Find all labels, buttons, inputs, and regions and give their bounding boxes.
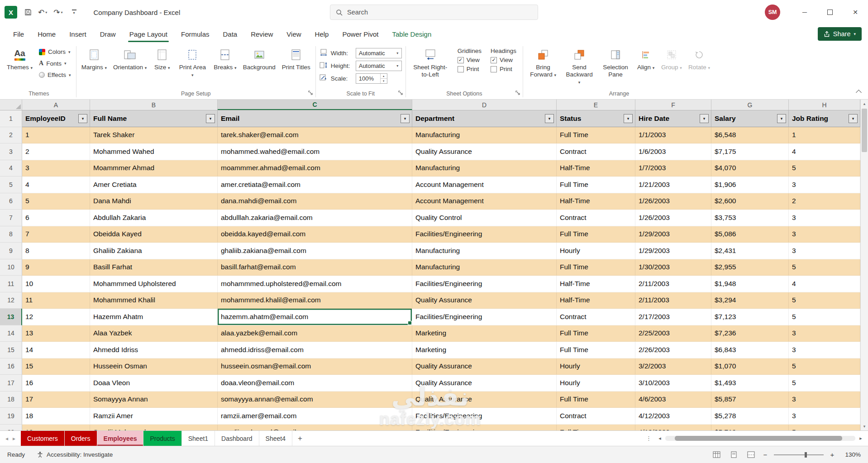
cell-G6[interactable]: $2,600 <box>711 193 789 210</box>
page-break-view-button[interactable] <box>745 450 757 460</box>
sheet-tab-sheet4[interactable]: Sheet4 <box>259 431 292 446</box>
cell-B13[interactable]: Hazemm Ahatm <box>90 309 218 325</box>
collapse-ribbon-button[interactable] <box>856 90 862 95</box>
cell-D2[interactable]: Manufacturing <box>412 127 557 144</box>
cell-E17[interactable]: Hourly <box>557 375 635 391</box>
cell-A18[interactable]: 17 <box>22 391 90 408</box>
filter-button[interactable]: ▾ <box>624 114 633 123</box>
margins-button[interactable]: Margins ▾ <box>78 46 110 73</box>
filter-button[interactable]: ▾ <box>545 114 554 123</box>
cell-E3[interactable]: Contract <box>557 143 635 160</box>
filter-button[interactable]: ▾ <box>78 114 87 123</box>
cell-E13[interactable]: Contract <box>557 309 635 325</box>
cell-C9[interactable]: ghaliib.zakiana@email.com <box>218 243 412 259</box>
header-cell-B1[interactable]: Full Name▾ <box>90 110 218 127</box>
cell-C4[interactable]: moammmer.ahmad@email.com <box>218 160 412 177</box>
customize-quick-access-button[interactable]: ▾ <box>67 6 82 19</box>
scroll-left-icon[interactable]: ◂ <box>655 435 664 441</box>
cell-F9[interactable]: 1/29/2003 <box>635 243 711 259</box>
excel-app-icon[interactable]: X <box>5 6 17 19</box>
accessibility-status[interactable]: Accessibility: Investigate <box>32 451 117 458</box>
cell-F11[interactable]: 2/11/2003 <box>635 276 711 292</box>
cell-G9[interactable]: $2,431 <box>711 243 789 259</box>
cell-F2[interactable]: 1/1/2003 <box>635 127 711 144</box>
cell-H20[interactable]: 5 <box>789 425 860 431</box>
cell-G15[interactable]: $6,843 <box>711 342 789 358</box>
search-input[interactable]: Search <box>330 5 538 20</box>
cell-D18[interactable]: Quality Assurance <box>412 391 557 408</box>
cell-F18[interactable]: 4/6/2003 <box>635 391 711 408</box>
headings-print-checkbox[interactable]: Print <box>491 66 516 72</box>
cell-B16[interactable]: Husseein Osman <box>90 358 218 375</box>
cell-E4[interactable]: Half-Time <box>557 160 635 177</box>
row-header-12[interactable]: 12 <box>0 292 22 309</box>
cell-H14[interactable]: 3 <box>789 325 860 342</box>
row-header-17[interactable]: 17 <box>0 375 22 391</box>
cell-G4[interactable]: $4,070 <box>711 160 789 177</box>
cell-G14[interactable]: $7,236 <box>711 325 789 342</box>
cell-F19[interactable]: 4/12/2003 <box>635 408 711 425</box>
ribbon-tab-data[interactable]: Data <box>216 24 244 43</box>
vertical-scrollbar[interactable]: ▴ ▾ <box>860 100 868 430</box>
cell-H4[interactable]: 5 <box>789 160 860 177</box>
cell-H11[interactable]: 4 <box>789 276 860 292</box>
cell-B7[interactable]: Abdullah Zakaria <box>90 210 218 226</box>
cell-D10[interactable]: Manufacturing <box>412 259 557 276</box>
row-header-8[interactable]: 8 <box>0 226 22 243</box>
normal-view-button[interactable] <box>711 450 722 460</box>
page-layout-view-button[interactable] <box>728 450 739 460</box>
sheet-tab-employees[interactable]: Employees <box>97 431 144 446</box>
background-button[interactable]: Background <box>240 46 279 73</box>
cell-H15[interactable]: 3 <box>789 342 860 358</box>
cell-H6[interactable]: 2 <box>789 193 860 210</box>
cell-A9[interactable]: 8 <box>22 243 90 259</box>
cell-E11[interactable]: Half-Time <box>557 276 635 292</box>
row-header-15[interactable]: 15 <box>0 342 22 358</box>
cell-A4[interactable]: 3 <box>22 160 90 177</box>
next-sheet-icon[interactable]: ▸ <box>13 435 15 442</box>
scroll-up-icon[interactable]: ▴ <box>861 100 868 108</box>
cell-A7[interactable]: 6 <box>22 210 90 226</box>
cell-H7[interactable]: 3 <box>789 210 860 226</box>
gridlines-print-checkbox[interactable]: Print <box>458 66 482 72</box>
cell-C2[interactable]: tarek.shaker@email.com <box>218 127 412 144</box>
cell-H5[interactable]: 3 <box>789 177 860 193</box>
cell-B2[interactable]: Tarek Shaker <box>90 127 218 144</box>
cell-G11[interactable]: $1,948 <box>711 276 789 292</box>
print-area-button[interactable]: Print Area ▾ <box>174 46 210 81</box>
cell-A10[interactable]: 9 <box>22 259 90 276</box>
cell-E7[interactable]: Contract <box>557 210 635 226</box>
cell-C5[interactable]: amer.cretiata@email.com <box>218 177 412 193</box>
cell-G3[interactable]: $7,175 <box>711 143 789 160</box>
new-sheet-button[interactable]: + <box>292 431 308 446</box>
cell-C15[interactable]: ahmedd.idriss@email.com <box>218 342 412 358</box>
cell-A2[interactable]: 1 <box>22 127 90 144</box>
close-button[interactable]: ✕ <box>843 0 868 24</box>
filter-button[interactable]: ▾ <box>849 114 858 123</box>
cell-A13[interactable]: 12 <box>22 309 90 325</box>
header-cell-C1[interactable]: Email▾ <box>218 110 412 127</box>
ribbon-tab-help[interactable]: Help <box>308 24 336 43</box>
gridlines-view-checkbox[interactable]: ✓View <box>458 57 482 63</box>
cell-B10[interactable]: Basill Farhat <box>90 259 218 276</box>
row-header-2[interactable]: 2 <box>0 127 22 144</box>
column-header-D[interactable]: D <box>412 100 557 110</box>
minimize-button[interactable]: ─ <box>792 0 817 24</box>
save-button[interactable] <box>22 7 34 18</box>
cell-D20[interactable]: Facilities/Engineering <box>412 425 557 431</box>
selection-pane-button[interactable]: Selection Pane <box>597 46 634 81</box>
cell-A6[interactable]: 5 <box>22 193 90 210</box>
width-dropdown[interactable]: Automatic▾ <box>356 48 402 58</box>
zoom-level[interactable]: 130% <box>841 451 861 458</box>
cell-H3[interactable]: 4 <box>789 143 860 160</box>
cell-E2[interactable]: Full Time <box>557 127 635 144</box>
cell-H16[interactable]: 5 <box>789 358 860 375</box>
filter-button[interactable]: ▾ <box>700 114 709 123</box>
cell-G10[interactable]: $2,955 <box>711 259 789 276</box>
cell-B11[interactable]: Mohammmed Upholstered <box>90 276 218 292</box>
cell-E15[interactable]: Full Time <box>557 342 635 358</box>
column-header-G[interactable]: G <box>711 100 789 110</box>
column-header-B[interactable]: B <box>90 100 218 110</box>
cell-A12[interactable]: 11 <box>22 292 90 309</box>
cell-E9[interactable]: Hourly <box>557 243 635 259</box>
